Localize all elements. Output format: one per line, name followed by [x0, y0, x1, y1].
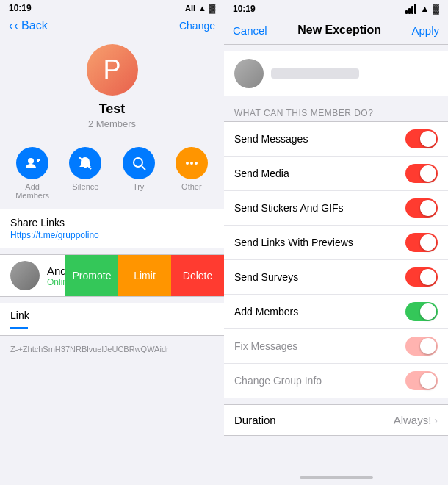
back-chevron-icon: ‹: [9, 19, 12, 32]
wifi-icon: ▲: [198, 4, 206, 12]
promote-button[interactable]: Promote: [65, 255, 118, 296]
silence-icon: [69, 147, 101, 179]
link-section: Link: [0, 303, 224, 336]
top-nav-left: ‹ ‹ Back Change: [0, 16, 224, 38]
svg-point-8: [195, 162, 198, 165]
change-group-info-toggle[interactable]: ✕: [405, 371, 438, 390]
other-action[interactable]: Other: [170, 147, 214, 200]
add-members-action[interactable]: Add Members: [10, 147, 54, 200]
limit-button[interactable]: Limit: [118, 255, 171, 296]
search-icon: [123, 147, 155, 179]
change-button[interactable]: Change: [179, 20, 215, 32]
send-media-label: Send Media: [234, 168, 289, 179]
group-name: Test: [99, 101, 126, 117]
fix-messages-label: Fix Messages: [234, 340, 297, 352]
preview-avatar: [234, 59, 264, 88]
back-button[interactable]: ‹ ‹ Back: [9, 19, 48, 32]
fix-messages-toggle[interactable]: ✕: [405, 337, 438, 356]
permission-fix-messages: Fix Messages ✕: [224, 329, 448, 364]
svg-point-4: [134, 158, 142, 167]
apply-button[interactable]: Apply: [411, 24, 439, 37]
permission-send-stickers: Send Stickers And GIFs ✕: [224, 191, 448, 226]
add-members-icon: [16, 147, 48, 179]
add-members-toggle[interactable]: ✓: [405, 302, 438, 321]
back-label: ‹ Back: [14, 19, 47, 32]
member-row[interactable]: Andrea Online Owner Promote Limit Delete: [0, 254, 224, 297]
change-group-info-label: Change Group Info: [234, 375, 322, 387]
home-indicator: [224, 470, 448, 485]
bottom-text: Z-+ZhtchSmH37NRBlvuelJeUCBRwQWAidr: [0, 336, 224, 362]
send-links-toggle[interactable]: ✕: [405, 233, 438, 252]
share-links-title: Share Links: [10, 217, 214, 229]
send-media-toggle[interactable]: ✕: [405, 164, 438, 183]
chevron-right-icon: ›: [434, 414, 438, 426]
permission-change-group-info: Change Group Info ✕: [224, 364, 448, 398]
send-surveys-label: Send Surveys: [234, 271, 298, 283]
modal-header: Cancel New Exception Apply: [224, 18, 448, 45]
permission-add-members: Add Members ✓: [224, 295, 448, 329]
permission-send-media: Send Media ✕: [224, 157, 448, 191]
send-links-label: Send Links With Previews: [234, 237, 353, 248]
avatar-letter: P: [103, 54, 120, 85]
status-icons-left: All ▲ ▓: [185, 4, 215, 12]
duration-value: Always! ›: [394, 414, 438, 426]
send-stickers-label: Send Stickers And GIFs: [234, 202, 344, 214]
delete-button[interactable]: Delete: [171, 255, 224, 296]
left-panel: 10:19 All ▲ ▓ ‹ ‹ Back Change P Test 2 M…: [0, 0, 224, 485]
silence-action[interactable]: Silence: [63, 147, 107, 200]
group-header: P Test 2 Members: [0, 38, 224, 138]
permissions-list: Send Messages ✕ Send Media ✕ Send Sticke…: [224, 121, 448, 398]
other-label: Other: [181, 182, 202, 191]
right-panel: 10:19 ▲ ▓ Cancel New Exception Apply WHA…: [224, 0, 448, 485]
time-left: 10:19: [9, 3, 32, 13]
action-buttons: Add Members Silence Try: [0, 138, 224, 209]
cancel-button[interactable]: Cancel: [233, 24, 267, 37]
duration-row[interactable]: Duration Always! ›: [224, 404, 448, 436]
network-label: All: [185, 4, 195, 12]
preview-name-bar: [271, 68, 359, 79]
status-bar-left: 10:19 All ▲ ▓: [0, 0, 224, 16]
modal-title: New Exception: [297, 24, 381, 37]
svg-point-7: [190, 162, 193, 165]
signal-bars-icon: [405, 4, 416, 14]
send-messages-toggle[interactable]: ✕: [405, 129, 438, 148]
permission-send-messages: Send Messages ✕: [224, 122, 448, 157]
group-members: 2 Members: [88, 118, 136, 129]
home-bar: [300, 476, 373, 479]
share-links-section: Share Links Https://t.me/gruppolino: [0, 209, 224, 248]
svg-point-0: [28, 158, 34, 164]
add-members-label: Add Members: [10, 182, 54, 200]
share-links-url[interactable]: Https://t.me/gruppolino: [10, 230, 214, 240]
change-label: Change: [179, 20, 215, 32]
other-icon: [176, 147, 208, 179]
send-stickers-toggle[interactable]: ✕: [405, 198, 438, 218]
status-icons-right: ▲ ▓: [405, 3, 439, 15]
permission-send-surveys: Send Surveys ✕: [224, 260, 448, 295]
swipe-actions: Promote Limit Delete: [65, 255, 224, 296]
svg-line-5: [142, 166, 145, 170]
wifi-right-icon: ▲: [419, 3, 430, 15]
group-avatar: P: [87, 44, 138, 96]
battery-icon: ▓: [209, 4, 215, 12]
silence-label: Silence: [72, 182, 98, 191]
duration-always: Always!: [394, 414, 432, 426]
permissions-header: WHAT CAN THIS MEMBER DO?: [224, 102, 448, 121]
member-preview: [224, 51, 448, 96]
time-right: 10:19: [233, 4, 256, 14]
status-bar-right: 10:19 ▲ ▓: [224, 0, 448, 18]
try-action[interactable]: Try: [117, 147, 161, 200]
duration-label: Duration: [234, 414, 276, 426]
try-label: Try: [133, 182, 144, 191]
add-members-label-perm: Add Members: [234, 306, 298, 317]
send-surveys-toggle[interactable]: ✕: [405, 267, 438, 287]
permission-send-links: Send Links With Previews ✕: [224, 226, 448, 260]
link-indicator: [10, 327, 28, 329]
link-label: Link: [10, 309, 214, 321]
send-messages-label: Send Messages: [234, 133, 308, 145]
member-avatar: [10, 261, 40, 290]
svg-point-6: [186, 162, 189, 165]
battery-right-icon: ▓: [433, 4, 439, 14]
